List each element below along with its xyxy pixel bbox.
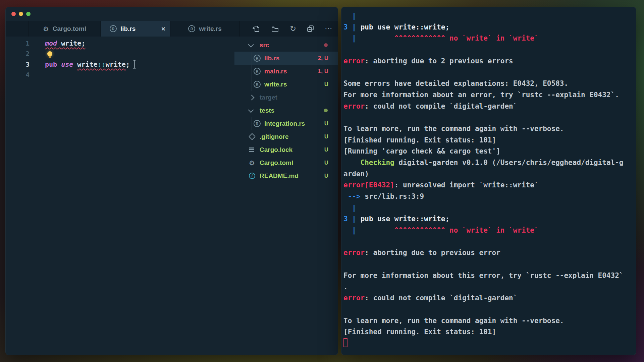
new-folder-icon[interactable] <box>271 25 279 33</box>
tab-label: lib.rs <box>120 25 136 33</box>
refresh-icon[interactable]: ↻ <box>290 25 296 33</box>
terminal-line <box>343 44 636 56</box>
close-window-button[interactable] <box>11 12 16 16</box>
terminal-line: . <box>343 282 636 293</box>
explorer-item-target[interactable]: target <box>234 91 338 104</box>
list-lines-icon <box>249 149 254 150</box>
terminal-line: 3 | pub use write::write; <box>343 22 636 33</box>
explorer-item-label: .gitignore <box>260 133 289 140</box>
terminal-line: [Finished running. Exit status: 101] <box>343 135 636 146</box>
git-icon <box>249 133 256 140</box>
git-status-badge: U <box>324 81 328 88</box>
tab-write-rs[interactable]: write.rs <box>170 21 240 37</box>
code-text: mod write; <box>45 39 85 47</box>
line-number: 2 <box>6 50 30 57</box>
gear-icon <box>43 25 49 32</box>
terminal-line: error: could not compile `digital-garden… <box>343 293 636 304</box>
code-token: write; <box>61 39 85 47</box>
file-explorer: srclib.rs2, Umain.rs1, Uwrite.rsUtargett… <box>234 37 338 355</box>
explorer-item-label: src <box>260 42 269 49</box>
tab-bar: Cargo.toml lib.rs × write.rs <box>6 21 338 37</box>
more-actions-icon[interactable]: ⋯ <box>325 25 332 33</box>
item-icon-slot <box>249 109 260 112</box>
git-status-badge: 2, U <box>318 55 328 62</box>
explorer-item-label: tests <box>260 107 274 114</box>
rust-icon <box>110 25 117 32</box>
terminal-line <box>343 236 636 248</box>
explorer-item-main-rs[interactable]: main.rs1, U <box>234 65 338 78</box>
tab-label: Cargo.toml <box>53 25 86 33</box>
git-status-badge: U <box>324 160 328 166</box>
explorer-item-write-rs[interactable]: write.rsU <box>234 78 338 91</box>
terminal-line: | ^^^^^^^^^^^^ no `write` in `write` <box>343 225 636 236</box>
terminal-line: Some errors have detailed explanations: … <box>343 78 636 89</box>
item-icon-slot <box>249 160 260 166</box>
editor-line-3[interactable]: 3pub use write::write; <box>6 59 234 70</box>
close-tab-icon[interactable]: × <box>161 25 165 32</box>
code-token: mod <box>45 39 57 47</box>
collapse-all-icon[interactable] <box>307 25 314 33</box>
code-text <box>45 51 52 56</box>
window-titlebar <box>6 7 338 21</box>
explorer-item-label: integration.rs <box>264 120 305 127</box>
explorer-item--gitignore[interactable]: .gitignoreU <box>234 130 338 143</box>
editor-main-row: 1mod write;23pub use write::write; 4 src… <box>6 37 338 355</box>
git-status-badge: 1, U <box>318 68 328 75</box>
terminal-line: To learn more, run the command again wit… <box>343 315 636 327</box>
explorer-item-tests[interactable]: tests <box>234 104 338 117</box>
explorer-item-lib-rs[interactable]: lib.rs2, U <box>234 52 338 65</box>
terminal-line <box>343 338 636 349</box>
tab-cargo-toml[interactable]: Cargo.toml <box>29 21 100 37</box>
git-status-badge: U <box>324 173 328 179</box>
terminal-line: 3 | pub use write::write; <box>343 214 636 225</box>
tab-lib-rs[interactable]: lib.rs × <box>100 21 170 37</box>
explorer-item-label: Cargo.lock <box>260 146 292 154</box>
zoom-window-button[interactable] <box>26 12 31 16</box>
explorer-item-cargo-lock[interactable]: Cargo.lockU <box>234 143 338 156</box>
git-status-badge: U <box>324 120 328 127</box>
tab-label: write.rs <box>199 25 222 33</box>
line-number: 1 <box>6 40 30 47</box>
chevron-down-icon[interactable] <box>248 107 254 113</box>
editor-line-2[interactable]: 2 <box>6 49 234 59</box>
item-icon-slot <box>254 68 264 75</box>
terminal-line: --> src/lib.rs:3:9 <box>343 191 636 202</box>
explorer-item-cargo-toml[interactable]: Cargo.tomlU <box>234 156 338 169</box>
explorer-item-label: lib.rs <box>264 55 279 62</box>
code-token: write <box>106 60 126 68</box>
code-token: :: <box>98 60 106 68</box>
explorer-item-readme-md[interactable]: README.mdU <box>234 169 338 182</box>
terminal-line: | <box>343 202 636 214</box>
rust-icon <box>254 81 261 88</box>
code-token <box>73 60 77 68</box>
editor-line-1[interactable]: 1mod write; <box>6 38 234 49</box>
explorer-item-src[interactable]: src <box>234 39 338 52</box>
editor-window: Cargo.toml lib.rs × write.rs <box>5 7 338 355</box>
terminal-line: For more information about an error, try… <box>343 89 636 101</box>
gear-icon <box>249 160 255 166</box>
terminal-line: To learn more, run the command again wit… <box>343 123 636 135</box>
terminal-line <box>343 259 636 270</box>
chevron-right-icon[interactable] <box>249 95 255 100</box>
terminal-window[interactable]: |3 | pub use write::write; | ^^^^^^^^^^^… <box>341 7 636 355</box>
explorer-item-label: Cargo.toml <box>260 159 293 167</box>
editor-line-4[interactable]: 4 <box>6 70 234 80</box>
explorer-toolbar: ↻ ⋯ <box>252 21 338 37</box>
new-file-icon[interactable] <box>252 25 260 33</box>
minimize-window-button[interactable] <box>19 12 23 16</box>
code-token: write <box>77 60 97 68</box>
text-cursor-icon <box>132 60 137 69</box>
terminal-line <box>343 304 636 315</box>
terminal-line <box>343 112 636 123</box>
explorer-item-label: README.md <box>260 172 299 180</box>
explorer-item-integration-rs[interactable]: integration.rsU <box>234 117 338 130</box>
item-icon-slot <box>254 81 264 88</box>
terminal-line: arden) <box>343 169 636 180</box>
tab-bar-spacer <box>6 21 29 37</box>
line-number: 4 <box>6 71 30 78</box>
terminal-block-cursor <box>343 338 347 347</box>
chevron-down-icon[interactable] <box>248 42 254 47</box>
lightbulb-icon[interactable] <box>47 51 52 56</box>
editor-code[interactable]: 1mod write;23pub use write::write; 4 <box>6 37 234 355</box>
git-status-badge: U <box>324 146 328 153</box>
